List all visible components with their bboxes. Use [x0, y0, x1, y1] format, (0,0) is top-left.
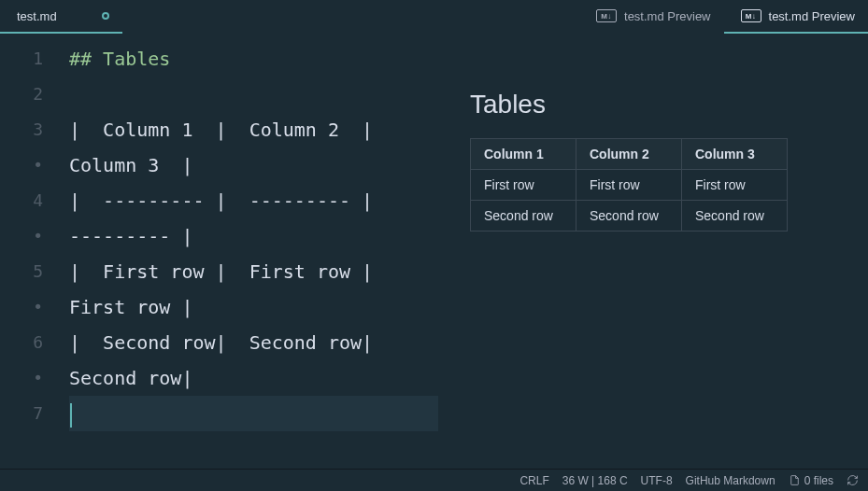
- preview-table: Column 1Column 2Column 3 First rowFirst …: [470, 138, 788, 231]
- tab-preview-2-label: test.md Preview: [769, 9, 855, 23]
- code-line[interactable]: [69, 396, 438, 431]
- status-encoding[interactable]: UTF-8: [641, 474, 673, 487]
- code-line[interactable]: First row |: [69, 289, 438, 325]
- tab-editor[interactable]: test.md: [0, 0, 122, 34]
- gutter-line: 2: [0, 77, 60, 112]
- gutter-line: 4: [0, 183, 60, 218]
- markdown-badge-icon: M↓: [596, 9, 617, 22]
- gutter-line: 3: [0, 112, 60, 147]
- status-refresh[interactable]: [847, 474, 859, 486]
- table-header: Column 3: [682, 139, 788, 170]
- gutter-line: 6: [0, 325, 60, 360]
- code-line[interactable]: | Column 1 | Column 2 |: [69, 112, 438, 147]
- modified-indicator-icon: [102, 12, 109, 20]
- tab-editor-label: test.md: [17, 9, 57, 23]
- code-area[interactable]: ## Tables| Column 1 | Column 2 |Column 3…: [69, 41, 438, 469]
- editor[interactable]: 1234567 ## Tables| Column 1 | Column 2 |…: [0, 34, 444, 469]
- file-icon: [789, 474, 801, 486]
- gutter-line: [0, 218, 60, 254]
- line-gutter: 1234567: [0, 34, 60, 469]
- main-split: 1234567 ## Tables| Column 1 | Column 2 |…: [0, 34, 868, 469]
- code-line[interactable]: | --------- | --------- |: [69, 183, 438, 218]
- gutter-line: [0, 289, 60, 325]
- code-line[interactable]: --------- |: [69, 218, 438, 254]
- gutter-line: [0, 147, 60, 183]
- refresh-icon: [847, 474, 859, 486]
- code-line[interactable]: Column 3 |: [69, 147, 438, 183]
- table-row: Second rowSecond rowSecond row: [471, 201, 788, 231]
- tab-preview-1-label: test.md Preview: [624, 9, 710, 23]
- tab-bar: test.md M↓ test.md Preview M↓ test.md Pr…: [0, 0, 868, 34]
- gutter-line: 1: [0, 41, 60, 77]
- table-header: Column 2: [576, 139, 682, 170]
- preview-pane: Tables Column 1Column 2Column 3 First ro…: [444, 34, 868, 469]
- gutter-line: 7: [0, 396, 60, 431]
- gutter-line: 5: [0, 254, 60, 289]
- table-cell: First row: [682, 170, 788, 201]
- table-cell: Second row: [471, 201, 576, 231]
- table-cell: Second row: [576, 201, 682, 231]
- status-files[interactable]: 0 files: [789, 474, 833, 487]
- tab-preview-1[interactable]: M↓ test.md Preview: [579, 0, 723, 34]
- preview-heading: Tables: [470, 90, 842, 119]
- markdown-badge-icon: M↓: [741, 9, 761, 22]
- code-line[interactable]: [69, 77, 438, 112]
- table-header: Column 1: [471, 139, 576, 170]
- tab-preview-2[interactable]: M↓ test.md Preview: [724, 0, 868, 34]
- text-cursor: [70, 403, 72, 428]
- table-row: First rowFirst rowFirst row: [471, 170, 788, 201]
- status-grammar[interactable]: GitHub Markdown: [686, 474, 776, 487]
- status-word-char-count[interactable]: 36 W | 168 C: [562, 474, 628, 487]
- status-line-ending[interactable]: CRLF: [519, 474, 548, 487]
- table-cell: Second row: [682, 201, 788, 231]
- gutter-line: [0, 360, 60, 396]
- table-cell: First row: [576, 170, 682, 201]
- markdown-preview: Tables Column 1Column 2Column 3 First ro…: [444, 34, 868, 250]
- code-line[interactable]: Second row|: [69, 360, 438, 396]
- editor-pane[interactable]: 1234567 ## Tables| Column 1 | Column 2 |…: [0, 34, 444, 469]
- status-bar: CRLF 36 W | 168 C UTF-8 GitHub Markdown …: [0, 469, 868, 491]
- code-line[interactable]: | First row | First row |: [69, 254, 438, 289]
- table-cell: First row: [471, 170, 576, 201]
- code-line[interactable]: | Second row| Second row|: [69, 325, 438, 360]
- code-line[interactable]: ## Tables: [69, 41, 438, 77]
